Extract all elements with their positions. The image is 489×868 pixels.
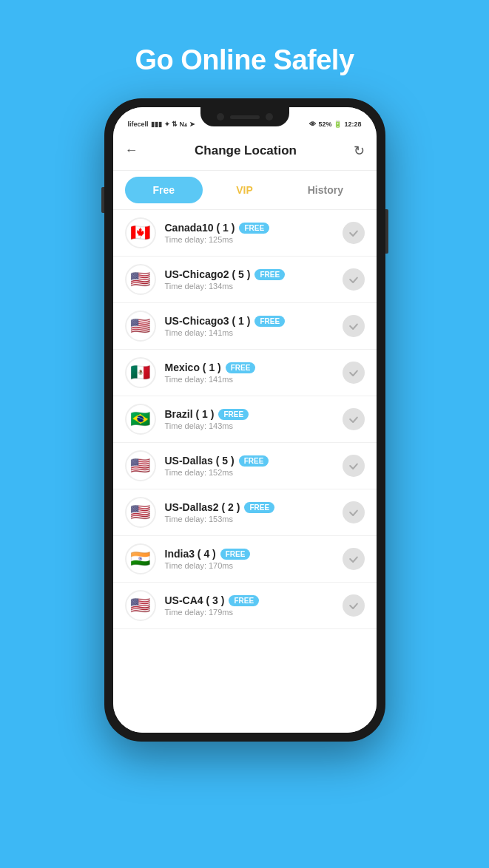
flag-us-6: 🇺🇸 [125,450,156,481]
flag-us-9: 🇺🇸 [125,590,156,621]
server-item-4[interactable]: 🇲🇽 Mexico ( 1 ) FREE Time delay: 141ms [113,350,377,396]
free-badge-3: FREE [254,316,285,327]
check-icon-4 [343,362,365,384]
signal-bars: ▮▮▮ [151,121,162,128]
notch [200,107,289,126]
free-badge-6: FREE [239,455,269,467]
check-icon-7 [343,501,365,523]
server-delay-6: Time delay: 152ms [165,468,334,477]
speaker [230,115,260,119]
battery-text: 52% [318,121,331,128]
back-button[interactable]: ← [125,143,138,158]
time-text: 12:28 [344,121,361,128]
server-info-3: US-Chicago3 ( 1 ) FREE Time delay: 141ms [165,315,334,337]
server-item-1[interactable]: 🇨🇦 Canada10 ( 1 ) FREE Time delay: 125ms [113,210,377,257]
free-badge-7: FREE [244,502,274,513]
server-item-8[interactable]: 🇮🇳 India3 ( 4 ) FREE Time delay: 170ms [113,536,377,583]
server-delay-9: Time delay: 179ms [165,608,334,617]
server-delay-8: Time delay: 170ms [165,561,334,570]
phone-screen: lifecell ▮▮▮ ✦ ⇅ N₄ ➤ 👁 52% 🔋 12:28 ← Ch… [113,107,377,733]
free-badge-2: FREE [254,269,285,280]
server-name-3: US-Chicago3 ( 1 ) [165,315,251,327]
server-name-8: India3 ( 4 ) [165,548,216,560]
app-header: ← Change Location ↻ [113,131,377,171]
server-item-3[interactable]: 🇺🇸 US-Chicago3 ( 1 ) FREE Time delay: 14… [113,303,377,350]
front-camera [217,113,224,121]
server-name-5: Brazil ( 1 ) [165,408,215,420]
free-badge-8: FREE [220,549,251,560]
front-sensor [266,113,273,121]
flag-india: 🇮🇳 [125,543,156,574]
server-name-6: US-Dallas ( 5 ) [165,455,235,467]
check-icon-6 [343,455,365,477]
server-info-5: Brazil ( 1 ) FREE Time delay: 143ms [165,408,334,430]
free-badge-5: FREE [218,409,249,420]
server-info-1: Canada10 ( 1 ) FREE Time delay: 125ms [165,222,334,244]
status-left: lifecell ▮▮▮ ✦ ⇅ N₄ ➤ [128,121,196,128]
server-item-7[interactable]: 🇺🇸 US-Dallas2 ( 2 ) FREE Time delay: 153… [113,489,377,536]
phone-mockup: lifecell ▮▮▮ ✦ ⇅ N₄ ➤ 👁 52% 🔋 12:28 ← Ch… [104,98,385,742]
free-badge-9: FREE [229,595,259,606]
tab-bar: Free VIP History [113,171,377,210]
server-delay-3: Time delay: 141ms [165,328,334,337]
server-delay-1: Time delay: 125ms [165,235,334,244]
flag-mexico: 🇲🇽 [125,357,156,388]
status-right: 👁 52% 🔋 12:28 [309,121,361,128]
eye-icon: 👁 [309,121,316,128]
server-name-1: Canada10 ( 1 ) [165,222,235,234]
server-item-9[interactable]: 🇺🇸 US-CA4 ( 3 ) FREE Time delay: 179ms [113,583,377,629]
tab-vip[interactable]: VIP [206,177,283,203]
free-badge-1: FREE [239,223,269,234]
server-info-8: India3 ( 4 ) FREE Time delay: 170ms [165,548,334,570]
flag-us-2: 🇺🇸 [125,264,156,295]
gps-icon: ➤ [189,121,195,128]
header-title: Change Location [195,143,297,158]
carrier-text: lifecell [128,121,149,128]
server-info-7: US-Dallas2 ( 2 ) FREE Time delay: 153ms [165,501,334,523]
check-icon-5 [343,408,365,430]
battery-icon: 🔋 [334,121,342,128]
server-list: 🇨🇦 Canada10 ( 1 ) FREE Time delay: 125ms… [113,210,377,733]
server-name-4: Mexico ( 1 ) [165,362,221,373]
server-info-4: Mexico ( 1 ) FREE Time delay: 141ms [165,362,334,384]
server-delay-2: Time delay: 134ms [165,282,334,291]
server-info-9: US-CA4 ( 3 ) FREE Time delay: 179ms [165,594,334,617]
flag-us-3: 🇺🇸 [125,311,156,342]
flag-brazil: 🇧🇷 [125,404,156,435]
network-icons: ✦ ⇅ N₄ [164,121,188,128]
server-item-5[interactable]: 🇧🇷 Brazil ( 1 ) FREE Time delay: 143ms [113,396,377,443]
refresh-button[interactable]: ↻ [354,143,365,159]
server-item-6[interactable]: 🇺🇸 US-Dallas ( 5 ) FREE Time delay: 152m… [113,443,377,489]
check-icon-1 [343,222,365,244]
check-icon-9 [343,594,365,617]
server-name-7: US-Dallas2 ( 2 ) [165,501,240,513]
server-info-6: US-Dallas ( 5 ) FREE Time delay: 152ms [165,455,334,477]
server-info-2: US-Chicago2 ( 5 ) FREE Time delay: 134ms [165,268,334,291]
page-title: Go Online Safely [135,44,354,76]
server-delay-5: Time delay: 143ms [165,421,334,430]
check-icon-3 [343,315,365,337]
flag-canada: 🇨🇦 [125,217,156,248]
check-icon-2 [343,268,365,291]
flag-us-7: 🇺🇸 [125,497,156,528]
server-item-2[interactable]: 🇺🇸 US-Chicago2 ( 5 ) FREE Time delay: 13… [113,257,377,303]
tab-free[interactable]: Free [125,177,203,203]
server-delay-4: Time delay: 141ms [165,375,334,384]
server-name-9: US-CA4 ( 3 ) [165,594,225,606]
free-badge-4: FREE [226,362,256,373]
server-delay-7: Time delay: 153ms [165,515,334,523]
server-name-2: US-Chicago2 ( 5 ) [165,268,251,280]
tab-history[interactable]: History [286,177,364,203]
check-icon-8 [343,548,365,570]
